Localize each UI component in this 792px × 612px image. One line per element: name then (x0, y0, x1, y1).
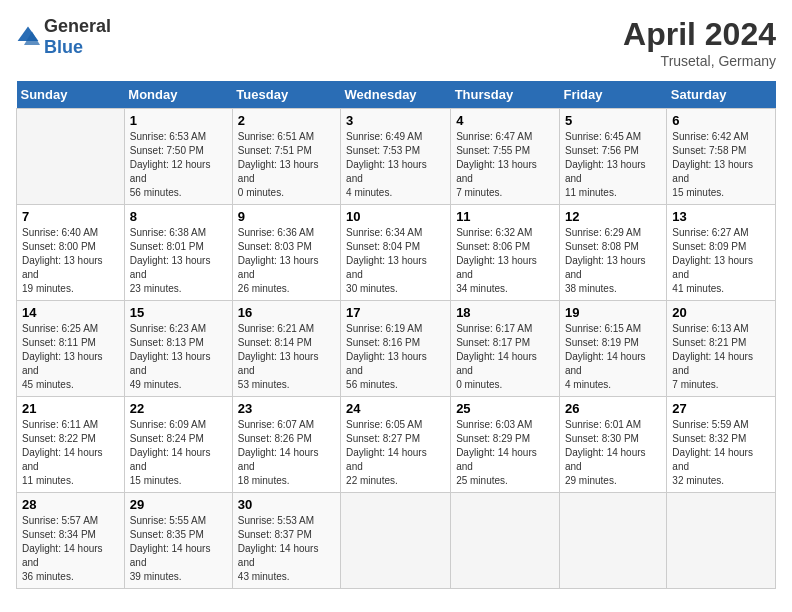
day-number: 19 (565, 305, 661, 320)
calendar-week-row: 28 Sunrise: 5:57 AMSunset: 8:34 PMDaylig… (17, 493, 776, 589)
day-info: Sunrise: 5:59 AMSunset: 8:32 PMDaylight:… (672, 418, 770, 488)
logo-icon (16, 25, 40, 49)
day-info: Sunrise: 6:53 AMSunset: 7:50 PMDaylight:… (130, 130, 227, 200)
day-number: 5 (565, 113, 661, 128)
calendar-day-cell: 7 Sunrise: 6:40 AMSunset: 8:00 PMDayligh… (17, 205, 125, 301)
day-number: 14 (22, 305, 119, 320)
day-header-monday: Monday (124, 81, 232, 109)
day-number: 30 (238, 497, 335, 512)
day-number: 8 (130, 209, 227, 224)
day-info: Sunrise: 6:29 AMSunset: 8:08 PMDaylight:… (565, 226, 661, 296)
day-info: Sunrise: 6:42 AMSunset: 7:58 PMDaylight:… (672, 130, 770, 200)
day-info: Sunrise: 6:17 AMSunset: 8:17 PMDaylight:… (456, 322, 554, 392)
calendar-day-cell: 26 Sunrise: 6:01 AMSunset: 8:30 PMDaylig… (559, 397, 666, 493)
day-number: 22 (130, 401, 227, 416)
day-info: Sunrise: 6:13 AMSunset: 8:21 PMDaylight:… (672, 322, 770, 392)
calendar-day-cell: 19 Sunrise: 6:15 AMSunset: 8:19 PMDaylig… (559, 301, 666, 397)
day-info: Sunrise: 6:36 AMSunset: 8:03 PMDaylight:… (238, 226, 335, 296)
logo-text: General Blue (44, 16, 111, 58)
day-info: Sunrise: 6:23 AMSunset: 8:13 PMDaylight:… (130, 322, 227, 392)
calendar-day-cell: 12 Sunrise: 6:29 AMSunset: 8:08 PMDaylig… (559, 205, 666, 301)
calendar-day-cell: 3 Sunrise: 6:49 AMSunset: 7:53 PMDayligh… (341, 109, 451, 205)
day-info: Sunrise: 5:57 AMSunset: 8:34 PMDaylight:… (22, 514, 119, 584)
day-header-thursday: Thursday (451, 81, 560, 109)
day-number: 12 (565, 209, 661, 224)
calendar-table: SundayMondayTuesdayWednesdayThursdayFrid… (16, 81, 776, 589)
title-area: April 2024 Trusetal, Germany (623, 16, 776, 69)
day-info: Sunrise: 6:25 AMSunset: 8:11 PMDaylight:… (22, 322, 119, 392)
day-number: 16 (238, 305, 335, 320)
day-info: Sunrise: 6:01 AMSunset: 8:30 PMDaylight:… (565, 418, 661, 488)
day-number: 1 (130, 113, 227, 128)
calendar-day-cell: 6 Sunrise: 6:42 AMSunset: 7:58 PMDayligh… (667, 109, 776, 205)
calendar-week-row: 21 Sunrise: 6:11 AMSunset: 8:22 PMDaylig… (17, 397, 776, 493)
calendar-day-cell (559, 493, 666, 589)
day-info: Sunrise: 6:11 AMSunset: 8:22 PMDaylight:… (22, 418, 119, 488)
day-number: 2 (238, 113, 335, 128)
calendar-day-cell (451, 493, 560, 589)
day-number: 18 (456, 305, 554, 320)
logo-general: General (44, 16, 111, 36)
location: Trusetal, Germany (623, 53, 776, 69)
day-number: 21 (22, 401, 119, 416)
calendar-day-cell (667, 493, 776, 589)
day-info: Sunrise: 5:53 AMSunset: 8:37 PMDaylight:… (238, 514, 335, 584)
day-number: 25 (456, 401, 554, 416)
page-header: General Blue April 2024 Trusetal, German… (16, 16, 776, 69)
calendar-day-cell: 29 Sunrise: 5:55 AMSunset: 8:35 PMDaylig… (124, 493, 232, 589)
day-info: Sunrise: 6:34 AMSunset: 8:04 PMDaylight:… (346, 226, 445, 296)
calendar-week-row: 1 Sunrise: 6:53 AMSunset: 7:50 PMDayligh… (17, 109, 776, 205)
day-info: Sunrise: 6:47 AMSunset: 7:55 PMDaylight:… (456, 130, 554, 200)
logo-blue: Blue (44, 37, 83, 57)
calendar-day-cell: 10 Sunrise: 6:34 AMSunset: 8:04 PMDaylig… (341, 205, 451, 301)
day-number: 27 (672, 401, 770, 416)
calendar-week-row: 14 Sunrise: 6:25 AMSunset: 8:11 PMDaylig… (17, 301, 776, 397)
day-number: 20 (672, 305, 770, 320)
calendar-day-cell: 30 Sunrise: 5:53 AMSunset: 8:37 PMDaylig… (232, 493, 340, 589)
day-info: Sunrise: 6:21 AMSunset: 8:14 PMDaylight:… (238, 322, 335, 392)
day-header-wednesday: Wednesday (341, 81, 451, 109)
calendar-day-cell: 13 Sunrise: 6:27 AMSunset: 8:09 PMDaylig… (667, 205, 776, 301)
day-number: 11 (456, 209, 554, 224)
day-info: Sunrise: 6:40 AMSunset: 8:00 PMDaylight:… (22, 226, 119, 296)
day-info: Sunrise: 6:51 AMSunset: 7:51 PMDaylight:… (238, 130, 335, 200)
calendar-day-cell: 24 Sunrise: 6:05 AMSunset: 8:27 PMDaylig… (341, 397, 451, 493)
calendar-week-row: 7 Sunrise: 6:40 AMSunset: 8:00 PMDayligh… (17, 205, 776, 301)
calendar-day-cell: 4 Sunrise: 6:47 AMSunset: 7:55 PMDayligh… (451, 109, 560, 205)
calendar-day-cell: 20 Sunrise: 6:13 AMSunset: 8:21 PMDaylig… (667, 301, 776, 397)
day-info: Sunrise: 5:55 AMSunset: 8:35 PMDaylight:… (130, 514, 227, 584)
calendar-day-cell: 22 Sunrise: 6:09 AMSunset: 8:24 PMDaylig… (124, 397, 232, 493)
day-number: 17 (346, 305, 445, 320)
day-info: Sunrise: 6:32 AMSunset: 8:06 PMDaylight:… (456, 226, 554, 296)
day-number: 28 (22, 497, 119, 512)
day-number: 29 (130, 497, 227, 512)
day-header-saturday: Saturday (667, 81, 776, 109)
calendar-day-cell: 9 Sunrise: 6:36 AMSunset: 8:03 PMDayligh… (232, 205, 340, 301)
day-header-friday: Friday (559, 81, 666, 109)
calendar-day-cell: 16 Sunrise: 6:21 AMSunset: 8:14 PMDaylig… (232, 301, 340, 397)
calendar-day-cell: 2 Sunrise: 6:51 AMSunset: 7:51 PMDayligh… (232, 109, 340, 205)
calendar-day-cell: 1 Sunrise: 6:53 AMSunset: 7:50 PMDayligh… (124, 109, 232, 205)
day-header-tuesday: Tuesday (232, 81, 340, 109)
day-number: 3 (346, 113, 445, 128)
day-number: 9 (238, 209, 335, 224)
calendar-day-cell: 17 Sunrise: 6:19 AMSunset: 8:16 PMDaylig… (341, 301, 451, 397)
calendar-day-cell: 25 Sunrise: 6:03 AMSunset: 8:29 PMDaylig… (451, 397, 560, 493)
calendar-day-cell: 21 Sunrise: 6:11 AMSunset: 8:22 PMDaylig… (17, 397, 125, 493)
day-number: 26 (565, 401, 661, 416)
day-info: Sunrise: 6:49 AMSunset: 7:53 PMDaylight:… (346, 130, 445, 200)
day-number: 15 (130, 305, 227, 320)
day-info: Sunrise: 6:05 AMSunset: 8:27 PMDaylight:… (346, 418, 445, 488)
day-number: 13 (672, 209, 770, 224)
calendar-header-row: SundayMondayTuesdayWednesdayThursdayFrid… (17, 81, 776, 109)
day-info: Sunrise: 6:45 AMSunset: 7:56 PMDaylight:… (565, 130, 661, 200)
calendar-day-cell: 5 Sunrise: 6:45 AMSunset: 7:56 PMDayligh… (559, 109, 666, 205)
day-info: Sunrise: 6:19 AMSunset: 8:16 PMDaylight:… (346, 322, 445, 392)
month-year: April 2024 (623, 16, 776, 53)
day-info: Sunrise: 6:09 AMSunset: 8:24 PMDaylight:… (130, 418, 227, 488)
calendar-day-cell: 18 Sunrise: 6:17 AMSunset: 8:17 PMDaylig… (451, 301, 560, 397)
day-number: 6 (672, 113, 770, 128)
calendar-day-cell (17, 109, 125, 205)
day-info: Sunrise: 6:07 AMSunset: 8:26 PMDaylight:… (238, 418, 335, 488)
day-info: Sunrise: 6:38 AMSunset: 8:01 PMDaylight:… (130, 226, 227, 296)
